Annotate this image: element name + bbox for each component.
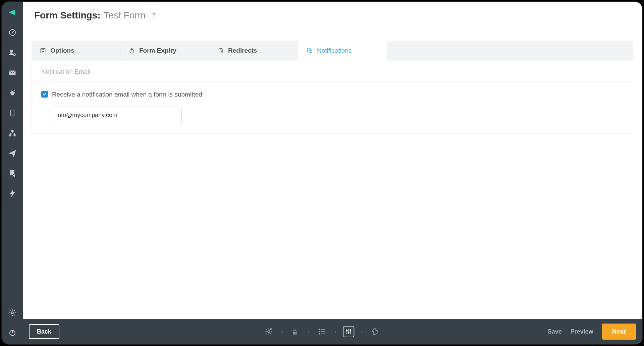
page-header: Form Settings: Test Form ?: [23, 3, 641, 27]
sitemap-icon[interactable]: [8, 129, 17, 137]
sidebar: [2, 2, 23, 344]
megaphone-icon[interactable]: [8, 8, 17, 17]
svg-point-29: [348, 332, 349, 333]
preview-link[interactable]: Preview: [571, 328, 593, 335]
checkbox-checked-icon[interactable]: [41, 91, 48, 98]
clipboard-icon: [217, 47, 224, 54]
step-settings-icon[interactable]: [263, 326, 274, 337]
svg-rect-15: [41, 48, 45, 53]
bug-icon[interactable]: [8, 89, 17, 97]
svg-point-17: [44, 50, 44, 50]
tab-label: Redirects: [228, 47, 257, 54]
svg-point-16: [42, 50, 43, 50]
notification-email-input[interactable]: [51, 107, 181, 124]
tab-label: Options: [50, 47, 74, 54]
svg-point-26: [319, 331, 320, 332]
page-title-form-name: Test Form: [104, 10, 146, 21]
svg-point-2: [10, 50, 13, 53]
page-title-prefix: Form Settings:: [34, 10, 101, 21]
chevron-right-icon: ›: [281, 329, 283, 335]
receive-notification-checkbox-row[interactable]: Receive a notification email when a form…: [41, 90, 210, 99]
chevron-right-icon: ›: [308, 329, 310, 335]
gauge-icon[interactable]: [8, 28, 17, 37]
chevron-right-icon: ›: [334, 329, 336, 335]
svg-point-13: [11, 312, 13, 314]
certificate-icon[interactable]: [8, 169, 17, 178]
save-link[interactable]: Save: [548, 328, 562, 335]
svg-point-30: [350, 330, 351, 331]
bolt-icon[interactable]: [8, 189, 17, 198]
section-title: Notification Email: [32, 61, 633, 82]
help-icon[interactable]: ?: [151, 12, 157, 18]
notifications-panel: Notification Email Receive a notificatio…: [32, 61, 633, 134]
back-button[interactable]: Back: [29, 324, 59, 339]
user-settings-icon[interactable]: [8, 48, 17, 57]
step-design-icon[interactable]: [290, 326, 301, 337]
svg-point-1: [12, 32, 13, 33]
footer-bar: Back › › ›: [23, 319, 642, 344]
power-icon[interactable]: [8, 329, 17, 337]
settings-tabs: Options Form Expiry Redirects: [32, 41, 633, 61]
svg-point-5: [11, 91, 14, 95]
options-icon: [40, 47, 46, 54]
svg-point-18: [42, 51, 43, 52]
svg-point-28: [346, 330, 347, 331]
chevron-right-icon: ›: [361, 329, 363, 335]
checkbox-label: Receive a notification email when a form…: [52, 90, 202, 99]
stopwatch-icon: [128, 47, 135, 54]
svg-rect-9: [9, 134, 11, 136]
tab-label: Form Expiry: [139, 47, 176, 54]
next-button[interactable]: Next: [602, 324, 636, 340]
tab-form-expiry[interactable]: Form Expiry: [120, 41, 209, 61]
svg-rect-10: [14, 134, 15, 136]
mail-icon[interactable]: [8, 68, 17, 77]
tab-redirects[interactable]: Redirects: [209, 41, 298, 61]
settings-icon[interactable]: [8, 308, 17, 317]
svg-point-24: [271, 328, 272, 330]
svg-rect-8: [11, 130, 13, 132]
step-settings-active-icon[interactable]: [343, 326, 354, 337]
tab-notifications[interactable]: Notifications: [298, 41, 387, 61]
step-publish-icon[interactable]: [370, 326, 381, 337]
svg-point-25: [319, 329, 320, 330]
svg-point-19: [44, 51, 44, 52]
step-fields-icon[interactable]: [316, 326, 328, 337]
tab-label: Notifications: [317, 47, 352, 54]
svg-point-23: [268, 331, 270, 333]
tabs-filler: [387, 41, 633, 61]
send-icon[interactable]: [8, 149, 17, 158]
main-area: Form Settings: Test Form ? Options: [23, 2, 642, 344]
wizard-steps: › › › ›: [263, 326, 381, 337]
svg-point-27: [319, 333, 320, 334]
tab-options[interactable]: Options: [32, 41, 120, 61]
svg-rect-4: [9, 71, 15, 75]
chat-icon: [306, 47, 313, 54]
mobile-icon[interactable]: [8, 109, 17, 117]
svg-point-7: [12, 115, 13, 115]
